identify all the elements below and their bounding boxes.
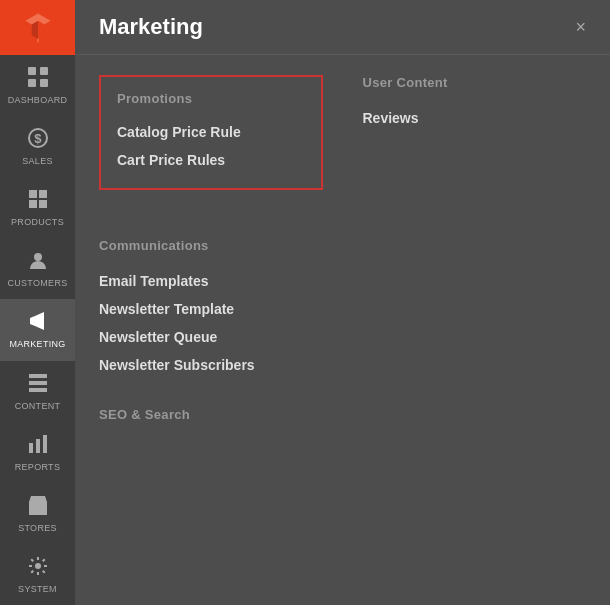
menu-left-col: Promotions Catalog Price Rule Cart Price… bbox=[99, 75, 323, 218]
svg-rect-9 bbox=[39, 200, 47, 208]
reviews-link[interactable]: Reviews bbox=[363, 104, 587, 132]
svg-rect-1 bbox=[40, 67, 48, 75]
customers-icon bbox=[27, 249, 49, 274]
sidebar-item-label: MARKETING bbox=[9, 339, 65, 349]
svg-rect-2 bbox=[28, 79, 36, 87]
seo-search-section-title: SEO & Search bbox=[99, 407, 586, 422]
lower-sections: Communications Email Templates Newslette… bbox=[75, 238, 610, 422]
svg-point-19 bbox=[35, 563, 41, 569]
newsletter-queue-link[interactable]: Newsletter Queue bbox=[99, 323, 586, 351]
sidebar-item-dashboard[interactable]: DASHBOARD bbox=[0, 55, 75, 116]
sidebar-item-label: SALES bbox=[22, 156, 53, 166]
sidebar-item-customers[interactable]: CUSTOMERS bbox=[0, 238, 75, 299]
page-title: Marketing bbox=[99, 14, 203, 40]
sidebar-item-sales[interactable]: $ SALES bbox=[0, 116, 75, 177]
svg-rect-0 bbox=[28, 67, 36, 75]
sales-icon: $ bbox=[27, 127, 49, 152]
close-button[interactable]: × bbox=[575, 18, 586, 36]
sidebar-item-content[interactable]: CONTENT bbox=[0, 361, 75, 422]
svg-rect-6 bbox=[29, 190, 37, 198]
communications-section-title: Communications bbox=[99, 238, 586, 253]
sidebar: DASHBOARD $ SALES PRODUCTS CUSTOMERS MAR… bbox=[0, 0, 75, 605]
sidebar-item-label: CUSTOMERS bbox=[7, 278, 67, 288]
top-sections: Promotions Catalog Price Rule Cart Price… bbox=[75, 55, 610, 238]
promotions-section-title: Promotions bbox=[117, 91, 305, 106]
main-panel: Marketing × Promotions Catalog Price Rul… bbox=[75, 0, 610, 605]
reports-icon bbox=[27, 433, 49, 458]
svg-rect-15 bbox=[36, 439, 40, 453]
svg-rect-7 bbox=[39, 190, 47, 198]
email-templates-link[interactable]: Email Templates bbox=[99, 267, 586, 295]
magento-logo-icon bbox=[20, 10, 56, 46]
user-content-section: User Content Reviews bbox=[363, 75, 587, 132]
dashboard-icon bbox=[27, 66, 49, 91]
stores-icon bbox=[27, 494, 49, 519]
cart-price-rules-link[interactable]: Cart Price Rules bbox=[117, 146, 305, 174]
svg-rect-8 bbox=[29, 200, 37, 208]
sidebar-item-label: CONTENT bbox=[15, 401, 61, 411]
sidebar-logo bbox=[0, 0, 75, 55]
panel-header: Marketing × bbox=[75, 0, 610, 55]
sidebar-item-label: SYSTEM bbox=[18, 584, 57, 594]
content-icon bbox=[27, 372, 49, 397]
svg-rect-12 bbox=[29, 381, 47, 385]
svg-rect-16 bbox=[43, 435, 47, 453]
svg-rect-11 bbox=[29, 374, 47, 378]
svg-rect-13 bbox=[29, 388, 47, 392]
sidebar-item-label: REPORTS bbox=[15, 462, 60, 472]
catalog-price-rule-link[interactable]: Catalog Price Rule bbox=[117, 118, 305, 146]
svg-rect-3 bbox=[40, 79, 48, 87]
sidebar-item-label: PRODUCTS bbox=[11, 217, 64, 227]
newsletter-subscribers-link[interactable]: Newsletter Subscribers bbox=[99, 351, 586, 379]
sidebar-item-reports[interactable]: REPORTS bbox=[0, 422, 75, 483]
sidebar-item-label: STORES bbox=[18, 523, 57, 533]
promotions-section: Promotions Catalog Price Rule Cart Price… bbox=[99, 75, 323, 190]
sidebar-item-products[interactable]: PRODUCTS bbox=[0, 177, 75, 238]
svg-text:$: $ bbox=[34, 131, 42, 146]
communications-section: Communications Email Templates Newslette… bbox=[99, 238, 586, 379]
sidebar-item-label: DASHBOARD bbox=[8, 95, 68, 105]
system-icon bbox=[27, 555, 49, 580]
products-icon bbox=[27, 188, 49, 213]
sidebar-item-marketing[interactable]: MARKETING bbox=[0, 299, 75, 360]
sidebar-item-system[interactable]: SYSTEM bbox=[0, 544, 75, 605]
sidebar-item-stores[interactable]: STORES bbox=[0, 483, 75, 544]
svg-point-10 bbox=[34, 253, 42, 261]
newsletter-template-link[interactable]: Newsletter Template bbox=[99, 295, 586, 323]
svg-rect-14 bbox=[29, 443, 33, 453]
seo-search-section: SEO & Search bbox=[99, 407, 586, 422]
user-content-section-title: User Content bbox=[363, 75, 587, 90]
menu-right-col: User Content Reviews bbox=[363, 75, 587, 218]
marketing-icon bbox=[27, 310, 49, 335]
svg-rect-18 bbox=[35, 505, 41, 515]
